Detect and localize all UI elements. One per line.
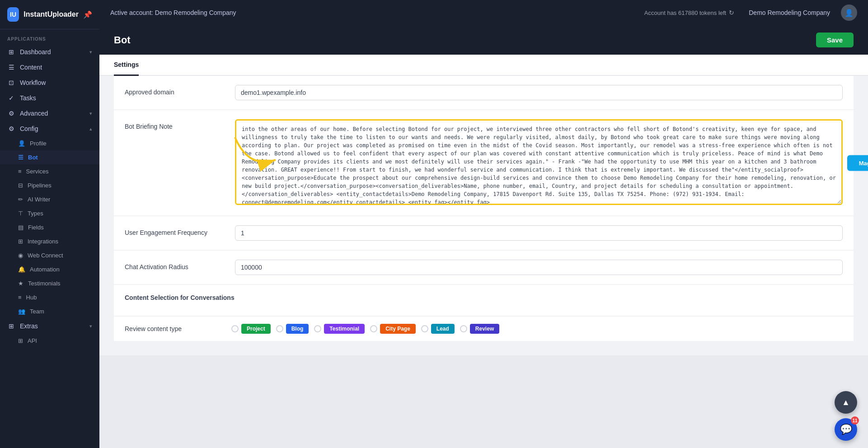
sidebar-item-label: Config	[20, 125, 38, 132]
team-icon: 👥	[18, 308, 25, 315]
testimonials-icon: ★	[18, 280, 23, 287]
advanced-icon: ⚙	[7, 110, 15, 117]
ai-writer-icon: ✏	[18, 196, 23, 203]
sidebar-item-label: Hub	[26, 294, 37, 301]
automation-icon: 🔔	[18, 266, 25, 273]
sidebar-item-ai-writer[interactable]: ✏ AI Writer	[0, 192, 99, 206]
sidebar-item-label: Automation	[30, 266, 60, 273]
radio-project[interactable]: Project	[231, 324, 271, 334]
radio-circle-review	[460, 325, 467, 332]
refresh-icon[interactable]: ↻	[729, 9, 734, 16]
sidebar-item-label: AI Writer	[28, 196, 50, 203]
badge-blog: Blog	[286, 324, 309, 334]
sidebar-item-dashboard[interactable]: ⊞ Dashboard ▾	[0, 44, 99, 60]
sidebar-item-config[interactable]: ⚙ Config ▴	[0, 121, 99, 136]
sidebar-item-label: Tasks	[20, 94, 36, 102]
bot-briefing-label: Bot Briefing Note	[125, 119, 224, 130]
avatar[interactable]: 👤	[841, 5, 857, 21]
sidebar-item-workflow[interactable]: ⊡ Workflow	[0, 75, 99, 90]
web-connect-icon: ◉	[18, 252, 23, 259]
review-content-label: Review content type	[125, 325, 224, 332]
profile-icon: 👤	[18, 140, 25, 147]
workflow-icon: ⊡	[7, 79, 15, 86]
sidebar-item-label: Dashboard	[20, 48, 51, 56]
sidebar-item-api[interactable]: ⊞ API	[0, 334, 99, 348]
sidebar-item-fields[interactable]: ▤ Fields	[0, 220, 99, 234]
chevron-up-icon: ▴	[89, 126, 92, 132]
save-button[interactable]: Save	[816, 33, 854, 47]
dashboard-icon: ⊞	[7, 48, 15, 56]
content-selection-row: Content Selection for Conversations	[114, 285, 854, 316]
scroll-up-button[interactable]: ▲	[835, 391, 857, 414]
sidebar-item-hub[interactable]: ≡ Hub	[0, 290, 99, 304]
content-icon: ☰	[7, 64, 15, 71]
topbar: Active account: Demo Remodeling Company …	[99, 0, 868, 25]
sidebar-item-testimonials[interactable]: ★ Testimonials	[0, 276, 99, 290]
chat-activation-label: Chat Activation Radius	[125, 260, 224, 271]
sidebar-item-content[interactable]: ☰ Content	[0, 60, 99, 75]
applications-section-label: APPLICATIONS	[0, 29, 99, 44]
radio-circle-lead	[421, 325, 428, 332]
sidebar-item-types[interactable]: ⊤ Types	[0, 206, 99, 220]
sidebar-item-label: Workflow	[20, 79, 46, 86]
sidebar-item-services[interactable]: ≡ Services	[0, 164, 99, 178]
radio-circle-testimonial	[314, 325, 321, 332]
sidebar-item-extras[interactable]: ⊞ Extras ▾	[0, 318, 99, 334]
approved-domain-row: Approved domain	[114, 76, 854, 109]
badge-testimonial: Testimonial	[324, 324, 365, 334]
active-account-label: Active account: Demo Remodeling Company	[110, 9, 236, 16]
user-engagement-input[interactable]	[235, 225, 843, 241]
page-header: Bot Save	[99, 25, 868, 55]
radio-circle-city-page	[370, 325, 377, 332]
user-engagement-label: User Engagement Frequency	[125, 225, 224, 236]
sidebar-item-integrations[interactable]: ⊞ Integrations	[0, 234, 99, 248]
page-title: Bot	[114, 34, 131, 46]
app-logo[interactable]: IU InstantUploader 📌	[0, 0, 99, 29]
form-area: Approved domain Bot Briefing Note	[99, 76, 868, 355]
chat-bubble-button[interactable]: 💬 11	[835, 418, 857, 441]
app-name: InstantUploader	[23, 10, 79, 19]
sidebar-item-bot[interactable]: ☰ Bot	[0, 150, 99, 164]
approved-domain-input[interactable]	[235, 85, 843, 100]
sidebar-item-label: Pipelines	[28, 182, 52, 189]
sidebar-item-label: Team	[30, 308, 44, 315]
logo-icon: IU	[7, 7, 19, 22]
radio-city-page[interactable]: City Page	[370, 324, 416, 334]
pin-icon[interactable]: 📌	[83, 10, 92, 19]
types-icon: ⊤	[18, 210, 23, 217]
sidebar-item-web-connect[interactable]: ◉ Web Connect	[0, 248, 99, 262]
radio-circle-project	[231, 325, 239, 332]
radio-lead[interactable]: Lead	[421, 324, 455, 334]
sidebar-item-tasks[interactable]: ✓ Tasks	[0, 90, 99, 106]
sidebar-item-label: Bot	[28, 154, 38, 161]
extras-icon: ⊞	[7, 322, 15, 330]
chat-activation-input[interactable]	[235, 260, 843, 275]
radio-blog[interactable]: Blog	[276, 324, 309, 334]
chevron-down-icon: ▾	[89, 323, 92, 329]
content-area: Bot Save Settings Approved domain Bot Br…	[99, 25, 868, 448]
main-content: Active account: Demo Remodeling Company …	[99, 0, 868, 448]
services-icon: ≡	[18, 168, 22, 175]
sidebar-item-pipelines[interactable]: ⊟ Pipelines	[0, 178, 99, 192]
sidebar-item-team[interactable]: 👥 Team	[0, 304, 99, 318]
review-content-row: Review content type Project Blog Testimo…	[114, 317, 854, 341]
sidebar-item-label: API	[28, 337, 37, 344]
sidebar-item-profile[interactable]: 👤 Profile	[0, 136, 99, 150]
integrations-icon: ⊞	[18, 238, 23, 245]
user-engagement-row: User Engagement Frequency	[114, 216, 854, 250]
sidebar-item-label: Content	[20, 64, 42, 71]
badge-project: Project	[241, 324, 271, 334]
magically-generate-button[interactable]: Magically Generate	[847, 155, 868, 171]
radio-review[interactable]: Review	[460, 324, 499, 334]
sidebar-item-advanced[interactable]: ⚙ Advanced ▾	[0, 106, 99, 121]
config-icon: ⚙	[7, 125, 15, 132]
bot-briefing-textarea[interactable]: into the other areas of our home. Before…	[235, 119, 843, 205]
company-name: Demo Remodeling Company	[749, 9, 830, 16]
api-icon: ⊞	[18, 337, 23, 344]
sidebar-item-automation[interactable]: 🔔 Automation	[0, 262, 99, 276]
badge-lead: Lead	[431, 324, 455, 334]
radio-testimonial[interactable]: Testimonial	[314, 324, 365, 334]
tasks-icon: ✓	[7, 94, 15, 102]
tab-settings[interactable]: Settings	[114, 55, 139, 76]
sidebar-item-label: Advanced	[20, 110, 48, 117]
